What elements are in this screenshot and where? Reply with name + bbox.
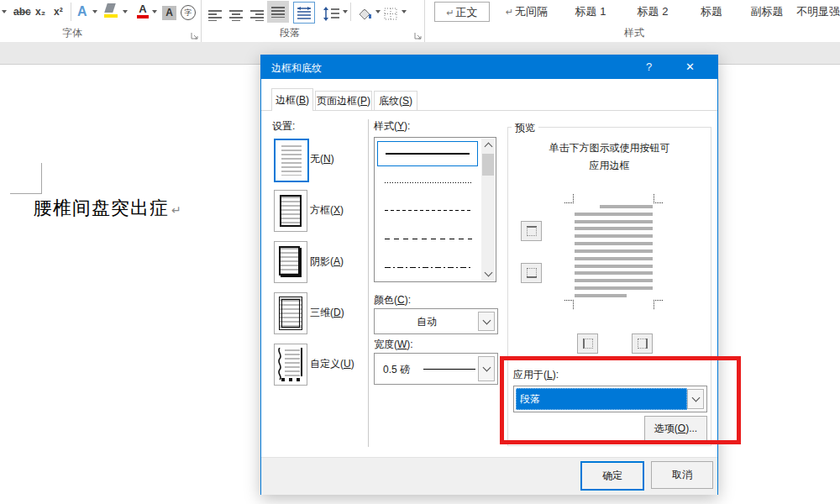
top-border-button[interactable] — [521, 221, 542, 241]
color-dropdown-arrow[interactable] — [478, 312, 495, 331]
align-right-icon[interactable] — [250, 6, 265, 24]
width-dropdown-arrow[interactable] — [478, 356, 495, 381]
setting-box-label[interactable]: 方框(X) — [310, 203, 344, 218]
setting-none-thumbnail[interactable] — [274, 139, 309, 182]
margin-corner-mark — [10, 193, 42, 194]
left-border-button[interactable] — [577, 333, 598, 354]
preview-corner-mark — [564, 300, 574, 309]
font-group-label: 字体 — [43, 26, 102, 40]
width-label: 宽度(W): — [374, 338, 413, 352]
subscript-icon[interactable]: x₂ — [35, 3, 45, 21]
setting-none-label[interactable]: 无(N) — [310, 152, 334, 166]
scroll-down-arrow[interactable] — [481, 267, 495, 281]
ok-button[interactable]: 确定 — [580, 461, 644, 491]
settings-label: 设置: — [272, 119, 295, 134]
shading-caret[interactable] — [375, 3, 381, 21]
style-option-dashed-large[interactable] — [385, 239, 472, 239]
color-value: 自动 — [375, 315, 479, 329]
style-listbox[interactable] — [374, 137, 496, 282]
color-label: 颜色(C): — [374, 293, 411, 307]
preview-corner-mark — [654, 194, 663, 203]
borders-icon[interactable] — [384, 4, 397, 23]
character-shading-icon[interactable]: A — [162, 3, 176, 22]
distributed-icon[interactable] — [293, 2, 315, 24]
tab-shading[interactable]: 底纹(S) — [374, 91, 417, 111]
superscript-icon[interactable]: x² — [54, 3, 63, 21]
align-left-icon[interactable] — [208, 6, 223, 24]
dialog-footer — [261, 457, 717, 495]
paragraph-dialog-launcher-icon[interactable] — [414, 31, 423, 43]
scroll-thumb[interactable] — [482, 154, 494, 176]
style-list-label: 样式(Y): — [374, 119, 410, 134]
preview-text-block[interactable] — [575, 205, 653, 297]
tab-borders[interactable]: 边框(B) — [271, 88, 313, 111]
style-option-solid[interactable] — [377, 141, 478, 166]
style-option-dashed-small[interactable] — [385, 210, 472, 211]
width-combobox[interactable]: 0.5 磅 — [374, 353, 498, 385]
close-button[interactable]: ✕ — [685, 60, 695, 73]
color-combobox[interactable]: 自动 — [374, 308, 498, 334]
wavy-border — [276, 348, 283, 380]
strikethrough-icon[interactable]: abc — [13, 3, 31, 21]
enclose-characters-icon[interactable]: 字 — [181, 3, 196, 22]
style-gallery-item-no-spacing[interactable]: ↵无间隔 — [495, 2, 559, 22]
style-gallery-item-subtle-emphasis[interactable]: 不明显强 — [796, 2, 840, 22]
text-effects-icon[interactable]: A — [77, 3, 87, 21]
mini-doc — [281, 145, 302, 176]
align-center-icon[interactable] — [229, 6, 244, 24]
font-dialog-launcher-icon[interactable] — [191, 31, 199, 43]
dialog-titlebar: 边框和底纹 ? ✕ — [261, 55, 717, 79]
paragraph-mark: ↵ — [171, 204, 182, 217]
font-color-caret[interactable] — [152, 3, 157, 21]
help-button[interactable]: ? — [646, 60, 652, 73]
mini-doc — [280, 195, 302, 227]
style-gallery-item-heading1[interactable]: 标题 1 — [561, 2, 620, 22]
bottom-border-icon — [527, 268, 537, 278]
line-spacing-icon[interactable] — [323, 4, 340, 23]
style-gallery-item-subtitle[interactable]: 副标题 — [741, 2, 793, 22]
setting-3d-label[interactable]: 三维(D) — [310, 306, 344, 320]
document-text: 腰椎间盘突出症↵ — [34, 196, 182, 221]
style-gallery-item-heading2[interactable]: 标题 2 — [623, 2, 682, 22]
bottom-border-button[interactable] — [521, 263, 542, 283]
width-value: 0.5 磅 — [383, 363, 410, 377]
style-gallery-item-normal[interactable]: ↵正文 — [434, 2, 490, 22]
mini-doc — [279, 246, 300, 276]
justify-icon[interactable] — [267, 1, 289, 23]
borders-caret[interactable] — [402, 3, 407, 21]
preview-corner-mark — [654, 300, 663, 309]
width-line-sample — [423, 369, 475, 370]
highlight-color-caret[interactable] — [123, 3, 128, 21]
style-option-dotted[interactable] — [385, 182, 472, 183]
cancel-button[interactable]: 取消 — [651, 461, 713, 489]
setting-3d-thumbnail[interactable] — [274, 292, 307, 334]
mini-doc — [279, 297, 302, 330]
top-border-icon — [527, 226, 537, 236]
text-effects-caret[interactable] — [92, 3, 97, 21]
tab-page-border[interactable]: 页面边框(P) — [315, 91, 372, 111]
left-border-icon — [583, 339, 593, 349]
setting-custom-label[interactable]: 自定义(U) — [310, 357, 354, 371]
overflow-caret[interactable] — [2, 3, 7, 21]
style-option-dash-dot[interactable] — [385, 267, 472, 268]
setting-shadow-thumbnail[interactable] — [274, 241, 307, 283]
right-border-button[interactable] — [632, 333, 653, 354]
styles-group-label: 样式 — [605, 26, 664, 40]
mini-doc — [285, 349, 300, 376]
style-gallery-item-title[interactable]: 标题 — [685, 2, 738, 22]
right-border-icon — [638, 339, 648, 349]
setting-box-thumbnail[interactable] — [274, 190, 307, 232]
scroll-up-arrow[interactable] — [481, 139, 495, 152]
preview-corner-mark — [564, 194, 574, 203]
column-divider — [368, 119, 369, 447]
shading-bucket-icon[interactable] — [356, 4, 373, 23]
setting-shadow-label[interactable]: 阴影(A) — [310, 255, 344, 269]
ribbon: abc x₂ x² A A A 字 — [0, 0, 840, 42]
font-color-icon[interactable]: A — [137, 1, 149, 19]
preview-instruction: 单击下方图示或使用按钮可 应用边框 — [507, 139, 711, 175]
highlight-color-icon[interactable] — [104, 2, 119, 20]
line-spacing-caret[interactable] — [343, 3, 348, 21]
setting-custom-thumbnail[interactable] — [274, 344, 307, 386]
dialog-title: 边框和底纹 — [271, 61, 322, 76]
style-list-scrollbar[interactable] — [481, 139, 495, 281]
